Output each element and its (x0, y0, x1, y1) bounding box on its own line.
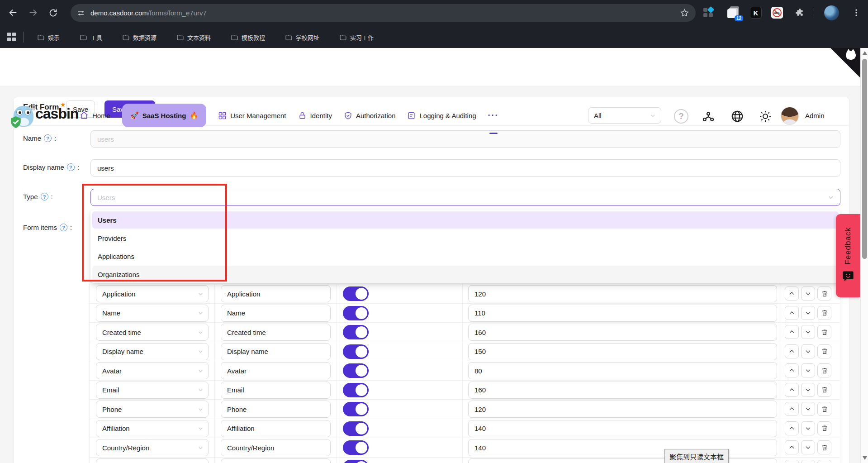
row-width-input[interactable]: 80 (468, 362, 777, 379)
delete-row-button[interactable] (817, 440, 831, 454)
forward-icon[interactable] (27, 7, 39, 19)
browser-profile-avatar[interactable] (824, 5, 839, 20)
move-down-button[interactable] (801, 363, 815, 377)
move-down-button[interactable] (801, 286, 815, 301)
bookmark-folder[interactable]: 学校网址 (282, 30, 322, 44)
delete-row-button[interactable] (817, 325, 831, 339)
bookmark-folder[interactable]: 模板教程 (228, 30, 268, 44)
move-up-button[interactable] (785, 344, 799, 358)
row-visible-toggle[interactable] (343, 402, 369, 416)
extension-url-blocker-icon[interactable]: URL (771, 7, 783, 19)
question-circle-icon[interactable]: ? (41, 193, 48, 200)
feedback-tab[interactable]: Feedback (836, 214, 860, 297)
move-down-button[interactable] (801, 440, 815, 454)
move-down-button[interactable] (801, 460, 815, 463)
address-bar[interactable]: demo.casdoor.com/forms/form_e7urv7 (71, 4, 696, 22)
apps-grid-icon[interactable] (7, 33, 16, 41)
delete-row-button[interactable] (817, 306, 831, 320)
page-scrollbar[interactable] (860, 48, 868, 463)
row-visible-toggle[interactable] (343, 383, 369, 397)
question-circle-icon[interactable]: ? (44, 134, 52, 142)
delete-row-button[interactable] (817, 421, 831, 435)
row-name-select[interactable]: Phone (96, 401, 209, 418)
user-avatar[interactable] (781, 107, 799, 125)
row-name-select[interactable]: User type (96, 458, 209, 463)
language-globe-icon[interactable] (729, 108, 745, 124)
delete-row-button[interactable] (817, 286, 831, 301)
row-display-name-input[interactable]: Created time (221, 324, 331, 341)
row-visible-toggle[interactable] (343, 286, 369, 301)
row-visible-toggle[interactable] (343, 306, 369, 320)
bookmark-folder[interactable]: 数据资源 (119, 30, 159, 44)
nav-item-logging-auditing[interactable]: Logging & Auditing (407, 96, 476, 135)
nav-item-saas-hosting[interactable]: 🚀 SaaS Hosting 🔥 (122, 104, 206, 127)
move-up-button[interactable] (785, 440, 799, 454)
row-name-select[interactable]: Avatar (96, 362, 209, 379)
row-display-name-input[interactable]: Country/Region (221, 439, 331, 456)
bookmark-folder[interactable]: 实习工作 (337, 30, 376, 44)
scroll-down-arrow-icon[interactable] (863, 456, 867, 460)
row-display-name-input[interactable]: Application (221, 285, 331, 302)
move-down-button[interactable] (801, 325, 815, 339)
delete-row-button[interactable] (817, 344, 831, 358)
move-down-button[interactable] (801, 344, 815, 358)
scroll-up-arrow-icon[interactable] (863, 51, 867, 55)
bookmark-star-icon[interactable] (680, 8, 689, 18)
row-visible-toggle[interactable] (343, 363, 369, 378)
row-width-input[interactable]: 140 (468, 439, 777, 456)
row-name-select[interactable]: Affiliation (96, 420, 209, 437)
bookmark-folder[interactable]: 工具 (77, 30, 105, 44)
row-width-input[interactable]: 150 (468, 343, 777, 360)
move-up-button[interactable] (785, 325, 799, 339)
extension-workona-icon[interactable] (702, 7, 714, 19)
move-up-button[interactable] (785, 421, 799, 435)
theme-sun-icon[interactable] (757, 108, 773, 124)
row-display-name-input[interactable]: Phone (221, 401, 331, 418)
move-down-button[interactable] (801, 383, 815, 397)
move-down-button[interactable] (801, 306, 815, 320)
nav-item-user-management[interactable]: User Management (218, 96, 286, 135)
delete-row-button[interactable] (817, 402, 831, 416)
row-display-name-input[interactable]: Affiliation (221, 420, 331, 437)
row-name-select[interactable]: Email (96, 382, 209, 399)
back-icon[interactable] (7, 7, 19, 19)
move-up-button[interactable] (785, 383, 799, 397)
browser-menu-icon[interactable] (850, 7, 862, 19)
row-display-name-input[interactable]: Name (221, 305, 331, 322)
row-display-name-input[interactable]: Email (221, 382, 331, 399)
move-up-button[interactable] (785, 306, 799, 320)
row-width-input[interactable]: 160 (468, 324, 777, 341)
row-width-input[interactable]: 140 (468, 420, 777, 437)
row-visible-toggle[interactable] (343, 344, 369, 359)
move-up-button[interactable] (785, 363, 799, 377)
display-name-input[interactable]: users (90, 159, 840, 177)
row-name-select[interactable]: Country/Region (96, 439, 209, 456)
row-visible-toggle[interactable] (343, 460, 369, 463)
row-display-name-input[interactable]: User type (221, 458, 331, 463)
nav-item-home[interactable]: Home (80, 96, 110, 135)
row-name-select[interactable]: Created time (96, 324, 209, 341)
row-visible-toggle[interactable] (343, 440, 369, 455)
question-circle-icon[interactable]: ? (67, 163, 75, 171)
organization-filter-select[interactable]: All (588, 107, 661, 124)
row-width-input[interactable]: 160 (468, 382, 777, 399)
row-name-select[interactable]: Display name (96, 343, 209, 360)
extension-tabs-icon[interactable]: 12 (727, 6, 740, 19)
row-name-select[interactable]: Name (96, 305, 209, 322)
site-settings-icon[interactable] (77, 9, 85, 17)
delete-row-button[interactable] (817, 460, 831, 463)
openapi-icon[interactable] (700, 108, 716, 124)
question-circle-icon[interactable]: ? (60, 224, 67, 231)
move-up-button[interactable] (785, 460, 799, 463)
scrollbar-thumb[interactable] (862, 59, 867, 259)
delete-row-button[interactable] (817, 363, 831, 377)
bookmark-folder[interactable]: 娱乐 (34, 30, 62, 44)
row-name-select[interactable]: Application (96, 285, 209, 302)
move-down-button[interactable] (801, 421, 815, 435)
delete-row-button[interactable] (817, 383, 831, 397)
row-width-input[interactable]: 120 (468, 285, 777, 302)
extension-k-icon[interactable]: K (750, 7, 762, 19)
move-up-button[interactable] (785, 402, 799, 416)
help-button[interactable]: ? (673, 108, 689, 124)
row-display-name-input[interactable]: Avatar (221, 362, 331, 379)
